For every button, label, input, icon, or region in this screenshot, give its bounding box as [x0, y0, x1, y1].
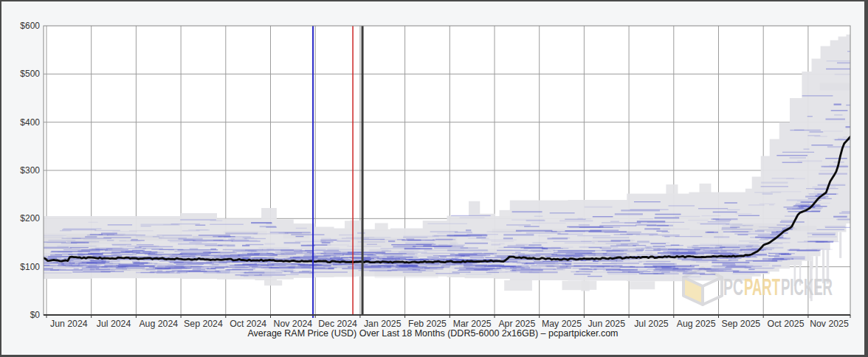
y-axis-label: $500	[20, 69, 40, 79]
y-axis-label: $0	[30, 310, 41, 320]
x-axis-label: Sep 2025	[722, 319, 761, 329]
y-axis-label: $400	[20, 117, 40, 128]
x-axis-label: Mar 2025	[453, 319, 492, 329]
x-axis-label: Apr 2025	[498, 319, 535, 329]
x-axis-label: Nov 2025	[810, 319, 849, 329]
y-axis-label: $200	[20, 213, 40, 223]
price-chart: PC PART PICKER $0$100$200$300$400$500$60…	[1, 1, 864, 355]
x-axis-label: May 2025	[542, 319, 582, 329]
x-axis-label: Nov 2024	[274, 319, 313, 329]
x-axis-label: Oct 2025	[768, 319, 805, 329]
y-axis-label: $100	[20, 262, 40, 272]
x-axis-label: Jul 2025	[634, 319, 669, 329]
x-axis-label: Oct 2024	[230, 319, 266, 329]
x-axis-label: Sep 2024	[184, 319, 223, 329]
watermark-pc: PC	[723, 274, 743, 300]
x-axis-label: Aug 2025	[677, 319, 716, 329]
watermark-picker: PICKER	[781, 274, 833, 300]
x-axis-label: Jun 2025	[588, 319, 625, 329]
x-axis-label: Jan 2025	[364, 319, 402, 329]
chart-caption: Average RAM Price (USD) Over Last 18 Mon…	[1, 328, 864, 339]
x-axis-label: Aug 2024	[139, 319, 178, 329]
x-axis-label: Feb 2025	[408, 319, 447, 329]
price-trend-widget: PC PART PICKER $0$100$200$300$400$500$60…	[0, 0, 868, 357]
x-axis-label: Dec 2024	[318, 319, 357, 329]
watermark-part: PART	[744, 274, 780, 300]
x-axis-label: Jun 2024	[50, 319, 88, 329]
x-axis-label: Jul 2024	[97, 319, 131, 329]
y-axis-label: $300	[20, 165, 40, 176]
y-axis-label: $600	[20, 21, 40, 31]
